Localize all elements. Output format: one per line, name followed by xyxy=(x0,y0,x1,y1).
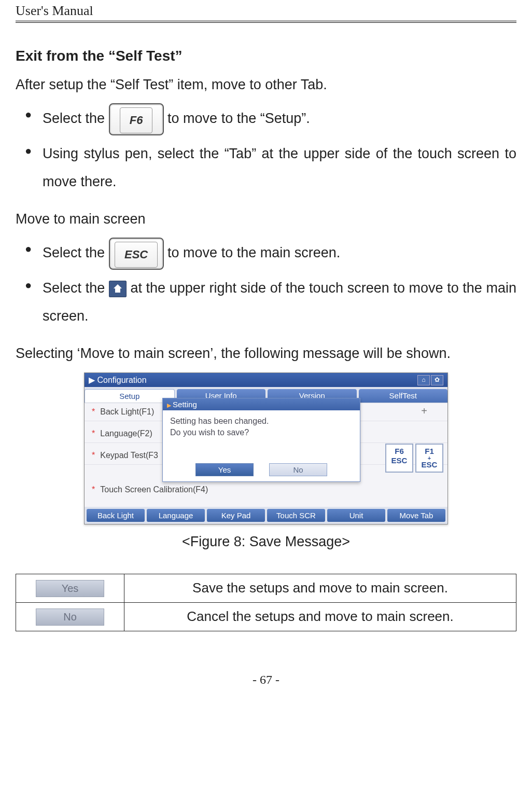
tab-setup[interactable]: Setup xyxy=(85,389,175,403)
text-frag: to move to the “Setup”. xyxy=(167,110,310,126)
bullet-f6: Select the F6 to move to the “Setup”. xyxy=(16,103,516,135)
sidekey-f6-esc: F6 ESC xyxy=(385,444,413,473)
text-frag: Select the xyxy=(43,280,109,296)
home-icon xyxy=(109,281,127,297)
yes-cell: Yes xyxy=(16,574,124,602)
screenshot-configuration: ▶ Configuration ⌂✿ Setup User Info Versi… xyxy=(84,372,448,524)
no-cell: No xyxy=(16,602,124,631)
section-move-title: Move to main screen xyxy=(16,208,516,230)
side-keys: F6 ESC F1 + ESC xyxy=(385,444,443,473)
bullet-home: Select the at the upper right side of th… xyxy=(16,274,516,330)
row-label: Back Light(F1) xyxy=(100,407,154,416)
f6-key-label: F6 xyxy=(120,107,153,133)
window-buttons: ⌂✿ xyxy=(416,375,443,385)
fbtn-backlight[interactable]: Back Light xyxy=(87,509,145,522)
row-label: Language(F2) xyxy=(100,429,152,438)
fbtn-touchscr[interactable]: Touch SCR xyxy=(267,509,325,522)
dialog-title: Setting xyxy=(163,398,360,410)
home-icon[interactable]: ⌂ xyxy=(417,375,430,385)
bullet-stylus-tab: Using stylus pen, select the “Tab” at th… xyxy=(16,140,516,196)
section-exit-title: Exit from the “Self Test” xyxy=(16,48,516,64)
fbtn-unit[interactable]: Unit xyxy=(327,509,385,522)
running-header: User's Manual xyxy=(16,0,516,23)
bullet-esc: Select the ESC to move to the main scree… xyxy=(16,238,516,270)
key-label: + xyxy=(416,456,442,461)
figure-caption: <Figure 8: Save Message> xyxy=(16,534,516,550)
row-label: Keypad Test(F3 xyxy=(100,451,158,460)
esc-key-icon: ESC xyxy=(109,238,164,270)
esc-key-label: ESC xyxy=(115,242,158,268)
fbtn-movetab[interactable]: Move Tab xyxy=(387,509,445,522)
key-label: ESC xyxy=(386,456,412,465)
f6-key-icon: F6 xyxy=(109,103,164,135)
lead-text: Selecting ‘Move to main screen’, the fol… xyxy=(16,342,516,365)
window-titlebar: ▶ Configuration ⌂✿ xyxy=(85,373,447,387)
text-frag: Select the xyxy=(43,245,109,261)
dialog-line1: Setting has been changed. xyxy=(170,416,353,427)
yes-no-table: Yes Save the setups and move to main scr… xyxy=(16,574,516,631)
plus-indicator: + xyxy=(406,405,442,417)
yes-description: Save the setups and move to main screen. xyxy=(124,574,516,602)
sidekey-f1-esc: F1 + ESC xyxy=(415,444,443,473)
key-label: ESC xyxy=(416,460,442,469)
text-frag: Select the xyxy=(43,110,109,126)
page-number: - 67 - xyxy=(16,673,516,687)
yes-button[interactable]: Yes xyxy=(195,463,254,476)
footer-buttons: Back Light Language Key Pad Touch SCR Un… xyxy=(85,507,447,524)
fbtn-keypad[interactable]: Key Pad xyxy=(207,509,265,522)
no-button-graphic: No xyxy=(36,609,104,626)
key-label: F6 xyxy=(386,447,412,456)
setting-dialog: Setting Setting has been changed. Do you… xyxy=(162,398,360,482)
section-exit-intro: After setup the “Self Test” item, move t… xyxy=(16,74,516,96)
dialog-line2: Do you wish to save? xyxy=(170,427,353,438)
settings-icon[interactable]: ✿ xyxy=(431,375,443,385)
text-frag: to move to the main screen. xyxy=(167,245,340,261)
row-label: Touch Screen Calibration(F4) xyxy=(100,485,208,494)
window-title: Configuration xyxy=(97,376,146,384)
row-touchcal: *Touch Screen Calibration(F4) xyxy=(85,481,447,499)
key-label: F1 xyxy=(416,447,442,456)
no-description: Cancel the setups and move to main scree… xyxy=(124,602,516,631)
tab-selftest[interactable]: SelfTest xyxy=(359,389,448,403)
no-button[interactable]: No xyxy=(269,463,327,476)
fbtn-language[interactable]: Language xyxy=(147,509,205,522)
yes-button-graphic: Yes xyxy=(36,580,104,597)
